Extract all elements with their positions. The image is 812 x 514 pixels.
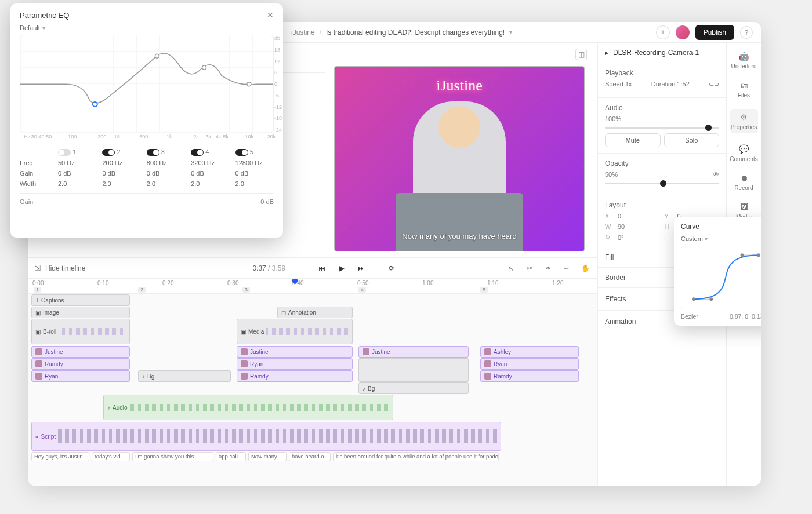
master-gain-value[interactable]: 0 dB [260,198,274,205]
speed-label: Speed [605,81,624,88]
curve-values[interactable]: 0.87, 0, 0.13, 1 [730,313,761,320]
mute-button[interactable]: Mute [605,133,661,147]
speaker-clip[interactable]: Justine [31,346,130,358]
duration-value[interactable]: 1:52 [677,81,689,88]
stretch-tool[interactable]: ↔ [561,263,572,274]
band-gain[interactable]: 0 dB [235,170,274,177]
bg-clip[interactable] [358,358,469,382]
scene-marker[interactable]: 3 [242,287,250,293]
rail-files[interactable]: 🗂Files [730,80,758,99]
loop-button[interactable]: ⟳ [386,263,397,274]
curve-preset[interactable]: Custom ▾ [681,235,761,242]
layout-rot[interactable]: 0° [618,234,660,241]
timeline[interactable]: 0:00 0:10 0:20 0:30 0:40 0:50 1:00 1:10 … [28,278,597,486]
band-width[interactable]: 2.0 [102,180,140,187]
band-width[interactable]: 2.0 [235,180,274,187]
opacity-value[interactable]: 50% [605,171,618,178]
band-gain[interactable]: 0 dB [58,170,96,177]
ruler-mark: 1:00 [422,280,433,286]
audio-value[interactable]: 100% [605,115,621,122]
band-width[interactable]: 2.0 [191,180,229,187]
breadcrumb-parent[interactable]: iJustine [291,28,315,37]
speed-value[interactable]: 1x [625,81,632,88]
speaker-clip[interactable]: Ryan [480,358,579,370]
layout-x[interactable]: 0 [618,213,660,220]
hide-timeline-button[interactable]: ⇲ Hide timeline [35,264,85,272]
ruler[interactable]: 0:00 0:10 0:20 0:30 0:40 0:50 1:00 1:10 … [28,279,597,294]
curve-canvas[interactable] [681,246,761,309]
scene-marker[interactable]: 5 [480,287,488,293]
annotation-clip[interactable]: ◻ Annotation [277,307,353,318]
playhead[interactable] [295,279,295,486]
blade-tool[interactable]: ✂ [524,263,535,274]
band-freq[interactable]: 50 Hz [58,159,96,166]
band-freq[interactable]: 800 Hz [147,159,185,166]
eq-master-gain[interactable]: Gain 0 dB [20,193,274,205]
play-button[interactable]: ▶ [336,263,347,274]
rail-properties[interactable]: ⚙Properties [730,109,758,133]
caption-seg[interactable]: Now many... [248,452,287,461]
caption-seg[interactable]: it's been around for quite a while and a… [333,452,499,461]
band-toggle-4[interactable]: 4 [191,148,229,156]
band-freq[interactable]: 3200 Hz [191,159,229,166]
speaker-clip[interactable]: Justine [358,346,469,358]
fit-icon[interactable]: ◫ [575,49,587,60]
solo-button[interactable]: Solo [664,133,720,147]
captions-clip[interactable]: T Captions [31,294,130,306]
band-toggle-1[interactable]: 1 [58,148,96,156]
scene-marker[interactable]: 2 [138,287,146,293]
close-icon[interactable]: ✕ [267,10,274,20]
scene-marker[interactable]: 4 [358,287,366,293]
video-frame[interactable]: iJustine Now many of you may have heard [334,66,585,251]
speaker-clip[interactable]: Ashley [480,346,579,358]
band-gain[interactable]: 0 dB [102,170,140,177]
link-tool[interactable]: ⚭ [543,263,553,274]
image-clip[interactable]: ▣ Image [31,307,130,318]
hand-tool[interactable]: ✋ [580,263,590,274]
speaker-clip[interactable]: Ramdy [31,358,130,370]
scene-marker[interactable]: 1 [34,287,41,293]
bg-clip[interactable]: ♪ Bg [358,382,469,394]
speaker-clip[interactable]: Ramdy [480,370,579,382]
help-button[interactable]: ? [740,26,753,39]
band-toggle-2[interactable]: 2 [102,148,140,156]
next-button[interactable]: ⏭ [356,263,367,274]
caption-seg[interactable]: today's vid... [92,452,130,461]
rail-comments[interactable]: 💬Comments [730,144,758,162]
band-freq[interactable]: 200 Hz [102,159,140,166]
pointer-tool[interactable]: ↖ [506,263,516,274]
bg-clip[interactable]: ♪ Bg [138,370,231,382]
speaker-clip[interactable]: Ryan [31,370,130,382]
layout-w[interactable]: 90 [618,223,660,230]
rail-record[interactable]: ⏺Record [730,173,758,191]
add-button[interactable]: ＋ [656,25,670,39]
audio-clip[interactable]: ♪ Audio [103,395,393,420]
eq-panel[interactable]: Parametric EQ✕ Default ▾ db181260-6-12-1… [10,3,283,238]
eq-graph[interactable]: db181260-6-12-18-24 Hz304050100200-18500… [20,35,274,133]
prev-button[interactable]: ⏮ [317,263,327,274]
source-name[interactable]: DLSR-Recording-Camera-1 [613,49,699,57]
band-toggle-3[interactable]: 3 [147,148,185,156]
band-width[interactable]: 2.0 [147,180,185,187]
publish-button[interactable]: Publish [695,25,734,40]
band-gain[interactable]: 0 dB [191,170,229,177]
band-freq[interactable]: 12800 Hz [235,159,274,166]
svg-point-6 [93,102,97,107]
avatar[interactable] [676,25,690,39]
script-clip[interactable]: « Script [31,422,501,451]
opacity-slider[interactable] [605,183,719,184]
rail-underlord[interactable]: 🤖Underlord [730,51,758,70]
caption-seg[interactable]: I'm gonna show you this... [132,452,213,461]
broll-clip[interactable]: ▣ B-roll [31,319,130,344]
audio-slider[interactable] [605,127,719,129]
caption-seg[interactable]: app call... [216,452,246,461]
caption-seg[interactable]: Hey guys, it's Justin... [31,452,89,461]
chevron-down-icon[interactable]: ▾ [509,29,512,35]
unlink-icon[interactable]: ⊂⊃ [709,81,719,88]
band-gain[interactable]: 0 dB [147,170,185,177]
eye-icon[interactable]: 👁 [713,171,719,178]
eq-preset[interactable]: Default ▾ [20,24,274,31]
band-toggle-5[interactable]: 5 [235,148,274,156]
breadcrumb-title[interactable]: Is traditional editing DEAD?! Descript c… [326,28,505,37]
band-width[interactable]: 2.0 [58,180,96,187]
